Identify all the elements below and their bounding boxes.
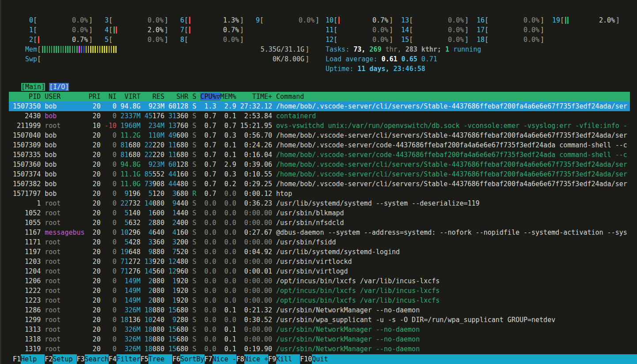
process-row-1507040[interactable]: 1507040 bob 20 0 11.2G 110M 49600 S 0.7 … [9, 131, 630, 140]
process-row-1197[interactable]: 1197 root 20 0 19648 9880 7520 S 0.0 0.0… [9, 247, 630, 257]
process-row-1167[interactable]: 1167 messagebus 20 0 10296 4640 4160 S 0… [9, 228, 630, 237]
cpu-meter-bar: 0.0% [113, 15, 164, 25]
fkey-f8[interactable]: F8 [236, 354, 244, 364]
uptime-line: Uptime: 11 days, 23:46:58 [326, 64, 425, 74]
process-row-1223[interactable]: 1223 root 20 0 149M 2080 1920 S 0.0 0.0 … [9, 296, 630, 305]
cpu-meter-bar: 0.0% [413, 25, 465, 35]
cpu-meter-id: 9 [252, 15, 260, 25]
cpu-meter-10: 10[0.7%] [326, 15, 393, 25]
process-row-1204[interactable]: 1204 root 20 0 71276 14560 12960 S 0.0 0… [9, 266, 630, 276]
cpu-meter-id: 12 [326, 35, 334, 45]
cpu-meter-id: 4 [101, 25, 109, 35]
process-row-1507350[interactable]: 1507350 bob 20 0 94.8G 923M 60128 S 1.3 … [9, 101, 630, 111]
cpu-meter-bar: 0.0% [113, 35, 164, 45]
process-row-1055[interactable]: 1055 root 20 0 5632 2880 2400 S 0.0 0.0 … [9, 218, 630, 228]
cpu-meter-bar: 2.0% [113, 25, 164, 35]
htop-terminal: 0[0.0%]1[0.0%]2[0.7%]3[0.0%]4[2.0%]5[0.0… [0, 0, 637, 364]
cpu-meter-bar: 0.0% [489, 35, 540, 45]
cpu-meter-0: 0[0.0%] [25, 15, 93, 25]
cpu-meter-7: 7[0.7%] [176, 25, 244, 35]
process-row-1203[interactable]: 1203 root 20 0 71272 13920 12480 S 0.0 0… [9, 257, 630, 266]
screen-tabs: [Main] [I/O] [21, 82, 69, 92]
cpu-meter-14: 14[0.0%] [401, 25, 469, 35]
cpu-meter-id: 15 [401, 35, 409, 45]
process-row-1319[interactable]: 1319 root 20 0 326M 18080 15680 S 0.0 0.… [9, 344, 630, 354]
process-table-header[interactable]: PID USER PRI NI VIRT RES SHR S CPU%▽MEM%… [9, 92, 630, 101]
cpu-meter-id: 19 [552, 15, 560, 25]
cpu-meter-id: 2 [25, 35, 33, 45]
mem-meter-bar: 5.35G/31.1G [41, 45, 305, 54]
cpu-meter-id: 5 [101, 35, 109, 45]
cpu-meter-bar: 0.0% [264, 15, 315, 25]
process-row-1313[interactable]: 1313 root 20 0 326M 18080 15680 S 0.0 0.… [9, 325, 630, 334]
cpu-meter-bar: 0.0% [489, 15, 540, 25]
fkey-action-nice-[interactable]: Nice + [244, 354, 268, 364]
fkey-f2[interactable]: F2 [45, 354, 53, 364]
fkey-f6[interactable]: F6 [172, 354, 180, 364]
tab-io[interactable]: [I/O] [49, 83, 69, 91]
cpu-meter-3: 3[0.0%] [101, 15, 168, 25]
process-row-1171[interactable]: 1171 root 20 0 5428 3360 3200 S 0.0 0.0 … [9, 237, 630, 247]
process-table: PID USER PRI NI VIRT RES SHR S CPU%▽MEM%… [9, 92, 630, 354]
swp-meter-bar: 0K/8.00G [41, 54, 305, 64]
fkey-action-kill[interactable]: Kill [276, 354, 300, 364]
process-row-1299[interactable]: 1299 root 20 0 18136 10240 9280 S 0.0 0.… [9, 315, 630, 325]
fkey-f7[interactable]: F7 [205, 354, 212, 364]
cpu-meter-id: 18 [477, 35, 485, 45]
process-row-1[interactable]: 1 root 20 0 22732 14080 9440 S 0.0 0.0 0… [9, 199, 630, 208]
cpu-meter-17: 17[0.0%] [477, 25, 544, 35]
process-row-1507335[interactable]: 1507335 bob 20 0 81680 22220 11680 S 0.7… [9, 150, 630, 160]
cpu-meter-id: 10 [326, 15, 334, 25]
tasks-line: Tasks: 73, 269 thr, 283 kthr; 1 running [326, 45, 481, 54]
cpu-meter-18: 18[0.0%] [477, 35, 544, 45]
cpu-meter-9: 9[0.0%] [252, 15, 319, 25]
fkey-f3[interactable]: F3 [77, 354, 85, 364]
fkey-action-search[interactable]: Search [85, 354, 109, 364]
fkey-action-filter[interactable]: Filter [117, 354, 140, 364]
terminal-left-gutter [0, 0, 1, 364]
cpu-meter-bar: 0.7% [37, 35, 89, 45]
cpu-meter-id: 6 [176, 15, 184, 25]
cpu-meter-19: 19[2.0%] [552, 15, 620, 25]
cpu-meter-bar: 0.7% [188, 25, 240, 35]
process-row-1286[interactable]: 1286 root 20 0 326M 18080 15680 S 0.0 0.… [9, 305, 630, 315]
process-row-211999[interactable]: 211999 root 10 -10 1960M 234M 13760 S 0.… [9, 121, 630, 131]
fkey-action-quit[interactable]: Quit [312, 354, 336, 364]
process-row-1206[interactable]: 1206 root 20 0 149M 2080 1920 S 0.0 0.0 … [9, 276, 630, 286]
cpu-meter-2: 2[0.7%] [25, 35, 93, 45]
cpu-meter-13: 13[0.0%] [401, 15, 469, 25]
fkey-f9[interactable]: F9 [268, 354, 276, 364]
cpu-meter-5: 5[0.0%] [101, 35, 168, 45]
cpu-meter-12: 12[0.0%] [326, 35, 393, 45]
cpu-meter-bar: 0.0% [489, 25, 540, 35]
process-row-1222[interactable]: 1222 root 20 0 149M 2080 1920 S 0.0 0.0 … [9, 286, 630, 296]
cpu-meter-bar: 0.0% [337, 35, 389, 45]
fkey-f4[interactable]: F4 [109, 354, 117, 364]
fkey-f5[interactable]: F5 [140, 354, 148, 364]
process-row-1052[interactable]: 1052 root 20 0 5140 1600 1440 S 0.0 0.0 … [9, 208, 630, 218]
swp-meter: Swp[0K/8.00G] [25, 54, 309, 64]
fkey-action-setup[interactable]: Setup [53, 354, 76, 364]
process-row-1507382[interactable]: 1507382 bob 20 0 11.0G 73908 44480 S 0.7… [9, 179, 630, 189]
sort-column-header-cpu[interactable]: CPU%▽ [200, 93, 220, 101]
cpu-meter-bar: 0.0% [37, 15, 89, 25]
fkey-action-help[interactable]: Help [21, 354, 45, 364]
fkey-action-nice-[interactable]: Nice - [212, 354, 236, 364]
fkey-f10[interactable]: F10 [300, 354, 312, 364]
cpu-meter-id: 17 [477, 25, 485, 35]
fkey-f1[interactable]: F1 [13, 354, 21, 364]
process-row-1571797[interactable]: 1571797 bob 20 0 9196 5120 3680 R 0.7 0.… [9, 189, 630, 199]
fkey-action-tree[interactable]: Tree [148, 354, 172, 364]
tab-main[interactable]: [Main] [21, 83, 45, 91]
process-row-2430[interactable]: 2430 bob 20 0 2337M 45176 31360 S 0.7 0.… [9, 111, 630, 121]
cpu-meter-6: 6[1.3%] [176, 15, 244, 25]
cpu-meter-bar: 2.0% [564, 15, 616, 25]
cpu-meter-id: 14 [401, 25, 409, 35]
cpu-meter-id: 16 [477, 15, 485, 25]
fkey-bar-fill [336, 354, 637, 364]
fkey-action-sortby[interactable]: SortBy [180, 354, 204, 364]
process-row-1318[interactable]: 1318 root 20 0 326M 18080 15680 S 0.0 0.… [9, 334, 630, 344]
process-row-1507374[interactable]: 1507374 bob 20 0 11.1G 85552 44160 S 0.7… [9, 169, 630, 179]
process-row-1507360[interactable]: 1507360 bob 20 0 94.8G 923M 60128 S 0.7 … [9, 160, 630, 169]
process-row-1507309[interactable]: 1507309 bob 20 0 81680 22220 11680 S 0.7… [9, 140, 630, 150]
